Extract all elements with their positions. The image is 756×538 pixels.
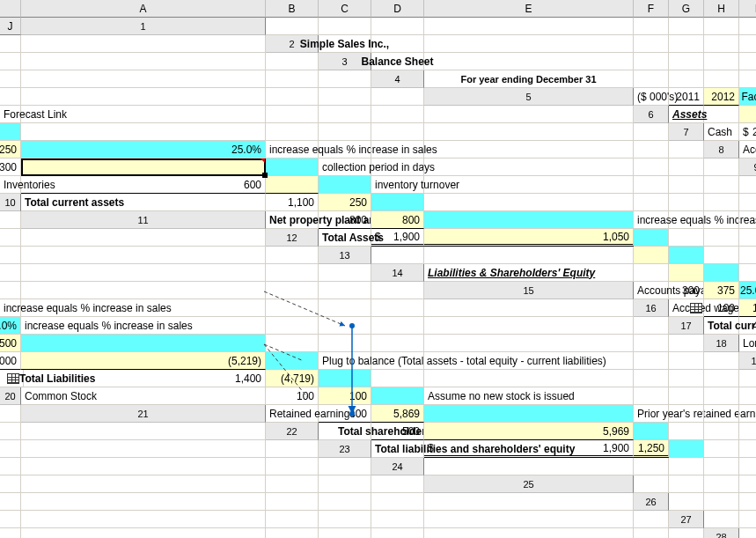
row-header-6[interactable]: 6 — [634, 106, 669, 123]
row-header-4[interactable]: 4 — [371, 70, 424, 88]
cell[interactable] — [634, 158, 669, 176]
cell[interactable] — [424, 194, 634, 211]
cell[interactable] — [739, 405, 756, 423]
cell[interactable] — [739, 70, 756, 88]
row-header-16[interactable]: 16 — [634, 299, 669, 317]
cell[interactable] — [424, 247, 634, 264]
cell[interactable] — [704, 53, 739, 70]
row-header-23[interactable]: 23 — [319, 440, 371, 458]
col-header-E[interactable]: E — [424, 0, 634, 18]
row-header-26[interactable]: 26 — [634, 493, 669, 511]
cs-label[interactable]: Common Stock — [21, 387, 266, 405]
cs-note[interactable]: Assume no new stock is issued — [424, 387, 634, 405]
cell[interactable] — [266, 88, 319, 106]
cell[interactable] — [669, 335, 704, 352]
cell[interactable] — [704, 247, 739, 264]
cell[interactable] — [634, 475, 669, 493]
cell[interactable] — [0, 123, 21, 141]
cell[interactable] — [634, 176, 669, 194]
col-header-J[interactable]: J — [0, 18, 21, 35]
cell[interactable] — [739, 458, 756, 475]
re-label[interactable]: Retained earnings — [266, 405, 319, 423]
ppe-2011[interactable]: 800 — [319, 211, 371, 229]
cell[interactable] — [21, 88, 266, 106]
cell[interactable] — [424, 123, 634, 141]
cell[interactable] — [634, 247, 669, 264]
cell[interactable] — [634, 229, 669, 247]
cell[interactable] — [0, 35, 21, 53]
cell[interactable] — [21, 106, 266, 123]
cell[interactable] — [21, 423, 266, 440]
cell[interactable] — [704, 405, 739, 423]
cell[interactable] — [424, 299, 634, 317]
col-header-B[interactable]: B — [266, 0, 319, 18]
col-header-C[interactable]: C — [319, 0, 371, 18]
col-header-G[interactable]: G — [669, 0, 704, 18]
cell[interactable] — [21, 35, 266, 53]
spreadsheet-grid[interactable]: A B C D E F G H I J 1 2 Simple Sales Inc… — [0, 0, 756, 538]
cell[interactable] — [319, 493, 371, 511]
cell[interactable] — [319, 70, 371, 88]
cell[interactable] — [371, 106, 424, 123]
cash-2011[interactable]: $200 — [739, 123, 756, 141]
cell[interactable] — [21, 335, 266, 352]
cell[interactable] — [704, 18, 739, 35]
cell[interactable] — [704, 370, 739, 387]
ppe-note[interactable]: increase equals % increase in sales — [634, 211, 669, 229]
row-header-24[interactable]: 24 — [371, 458, 424, 475]
cell[interactable] — [424, 352, 634, 370]
row-header-27[interactable]: 27 — [669, 511, 704, 528]
cell[interactable] — [266, 511, 319, 528]
cell[interactable] — [319, 282, 371, 299]
row-header-5[interactable]: 5 — [424, 88, 634, 106]
cell[interactable] — [704, 475, 739, 493]
cell[interactable] — [319, 88, 371, 106]
cell[interactable] — [669, 194, 704, 211]
cell[interactable] — [319, 141, 371, 158]
cell[interactable] — [424, 317, 634, 335]
row-header-22[interactable]: 22 — [266, 423, 319, 440]
cell[interactable] — [704, 106, 739, 123]
cell[interactable] — [319, 299, 371, 317]
aw-2011[interactable]: 100 — [704, 299, 739, 317]
cell[interactable] — [634, 370, 669, 387]
cell[interactable] — [704, 423, 739, 440]
cell[interactable] — [266, 528, 319, 538]
cell[interactable] — [0, 229, 21, 247]
tl-2012[interactable]: (4,719) — [266, 370, 319, 387]
cell[interactable] — [319, 106, 371, 123]
cell[interactable] — [424, 511, 634, 528]
sheet-title[interactable]: Balance Sheet — [371, 53, 424, 70]
cell[interactable] — [739, 211, 756, 229]
cell[interactable] — [319, 458, 371, 475]
cell[interactable] — [0, 528, 21, 538]
ap-note[interactable]: increase equals % increase in sales — [0, 299, 21, 317]
cell[interactable] — [634, 387, 669, 405]
cell[interactable] — [0, 493, 21, 511]
cell[interactable] — [371, 299, 424, 317]
row-header-21[interactable]: 21 — [21, 405, 266, 423]
ltd-2011[interactable]: 1,000 — [0, 352, 21, 370]
cell[interactable] — [266, 247, 319, 264]
cell[interactable] — [739, 53, 756, 70]
cell[interactable] — [634, 458, 669, 475]
re-2011[interactable]: 400 — [319, 405, 371, 423]
cell[interactable] — [371, 88, 424, 106]
cell[interactable] — [266, 458, 319, 475]
units-label[interactable]: ($ 000's) — [634, 88, 669, 106]
tca-label[interactable]: Total current assets — [21, 194, 266, 211]
cell[interactable] — [669, 352, 704, 370]
row-header-1[interactable]: 1 — [21, 18, 266, 35]
cell[interactable] — [704, 511, 739, 528]
cell[interactable] — [739, 194, 756, 211]
cell[interactable] — [424, 493, 634, 511]
cell[interactable] — [424, 528, 634, 538]
cell[interactable] — [0, 264, 21, 282]
liab-header[interactable]: Liabilities & Shareholders' Equity — [424, 264, 634, 282]
cell[interactable] — [704, 440, 739, 458]
cell[interactable] — [371, 194, 424, 211]
cell[interactable] — [704, 264, 739, 282]
cell[interactable] — [0, 53, 21, 70]
cell[interactable] — [319, 511, 371, 528]
re-2012[interactable]: 5,869 — [371, 405, 424, 423]
